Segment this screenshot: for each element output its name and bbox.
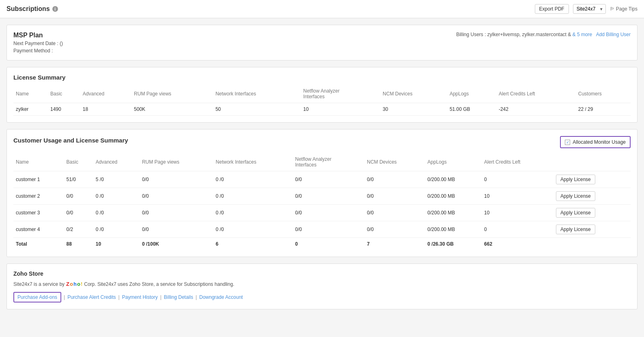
cell-alert-credits: 0	[482, 171, 554, 188]
cell-name: customer 1	[13, 171, 64, 188]
cell-rum: 0/0	[140, 221, 213, 238]
total-advanced: 10	[93, 238, 140, 251]
cell-customers: 22 / 29	[576, 103, 631, 116]
cell-network: 0 /0	[213, 171, 293, 188]
cell-action: Apply License	[554, 205, 631, 221]
cell-applogs: 0/200.00 MB	[425, 171, 482, 188]
billing-details-link[interactable]: Billing Details	[164, 294, 193, 300]
cell-action: Apply License	[554, 188, 631, 205]
col-rum: RUM Page views	[131, 85, 213, 103]
page-tips-link[interactable]: 🏳 Page Tips	[610, 6, 638, 12]
cell-basic: 1490	[48, 103, 80, 116]
cell-alert-credits: 10	[482, 188, 554, 205]
cell-rum: 0/0	[140, 205, 213, 221]
cell-applogs: 0/200.00 MB	[425, 221, 482, 238]
cell-advanced: 0 /0	[93, 205, 140, 221]
total-ncm: 7	[364, 238, 425, 251]
col-ncm: NCM Devices	[364, 153, 425, 171]
cell-alert-credits: 10	[482, 205, 554, 221]
col-applogs: AppLogs	[447, 85, 496, 103]
apply-license-button[interactable]: Apply License	[556, 225, 595, 234]
cell-network: 0 /0	[213, 205, 293, 221]
cell-basic: 0/0	[64, 188, 93, 205]
page-tips-label: Page Tips	[616, 6, 638, 12]
main-content: MSP Plan Next Payment Date : () Payment …	[0, 18, 644, 316]
cell-ncm: 0/0	[364, 188, 425, 205]
col-basic: Basic	[64, 153, 93, 171]
purchase-addons-link[interactable]: Purchase Add-ons	[13, 292, 61, 302]
total-action	[554, 238, 631, 251]
table-row: customer 4 0/2 0 /0 0/0 0 /0 0/0 0/0 0/2…	[13, 221, 631, 238]
table-row: zylker 1490 18 500K 50 10 30 51.00 GB -2…	[13, 103, 631, 116]
apply-license-button[interactable]: Apply License	[556, 191, 595, 201]
customer-usage-table: Name Basic Advanced RUM Page views Netwo…	[13, 153, 631, 250]
apply-license-button[interactable]: Apply License	[556, 175, 595, 184]
customer-usage-title: Customer Usage and License Summary	[13, 137, 128, 144]
cell-rum: 0/0	[140, 171, 213, 188]
page-title: Subscriptions i	[6, 5, 58, 13]
add-billing-user-link[interactable]: Add Billing User	[596, 32, 631, 37]
store-links: Purchase Add-ons | Purchase Alert Credit…	[13, 292, 631, 302]
total-label: Total	[13, 238, 64, 251]
header-actions: Export PDF Site24x7 ▼ 🏳 Page Tips	[535, 4, 638, 14]
col-basic: Basic	[48, 85, 80, 103]
cell-network: 0 /0	[213, 188, 293, 205]
plan-info: MSP Plan Next Payment Date : () Payment …	[13, 32, 63, 54]
billing-users-info: Billing Users : zylker+livemsp, zylker.m…	[456, 32, 631, 37]
cell-alert-credits: 0	[482, 221, 554, 238]
zoho-store-desc: Site24x7 is a service by Zoho! Corp. Sit…	[13, 281, 631, 287]
allocated-monitor-checkbox[interactable]	[565, 140, 570, 145]
cell-netflow: 0/0	[293, 171, 364, 188]
table-row: customer 2 0/0 0 /0 0/0 0 /0 0/0 0/0 0/2…	[13, 188, 631, 205]
col-advanced: Advanced	[80, 85, 131, 103]
payment-history-link[interactable]: Payment History	[122, 294, 158, 300]
total-row: Total 88 10 0 /100K 6 0 7 0 /26.30 GB 66…	[13, 238, 631, 251]
cell-basic: 0/0	[64, 205, 93, 221]
section-header-row: Customer Usage and License Summary Alloc…	[13, 136, 631, 148]
plan-title: MSP Plan	[13, 32, 63, 39]
cell-netflow: 0/0	[293, 205, 364, 221]
col-rum: RUM Page views	[140, 153, 213, 171]
cell-name: customer 4	[13, 221, 64, 238]
cell-ncm: 30	[380, 103, 447, 116]
export-pdf-button[interactable]: Export PDF	[535, 4, 569, 14]
plan-header: MSP Plan Next Payment Date : () Payment …	[13, 32, 631, 54]
cell-name: zylker	[13, 103, 48, 116]
col-netflow: Netflow AnalyzerInterfaces	[301, 85, 380, 103]
total-netflow: 0	[293, 238, 364, 251]
billing-more-link[interactable]: & 5 more	[573, 32, 592, 37]
total-applogs: 0 /26.30 GB	[425, 238, 482, 251]
table-row: customer 1 51/0 5 /0 0/0 0 /0 0/0 0/0 0/…	[13, 171, 631, 188]
col-action	[554, 153, 631, 171]
total-rum: 0 /100K	[140, 238, 213, 251]
col-applogs: AppLogs	[425, 153, 482, 171]
cell-network: 0 /0	[213, 221, 293, 238]
col-name: Name	[13, 85, 48, 103]
zoho-logo: Zoho!	[66, 281, 82, 287]
downgrade-account-link[interactable]: Downgrade Account	[199, 294, 243, 300]
total-network: 6	[213, 238, 293, 251]
cell-advanced: 5 /0	[93, 171, 140, 188]
info-icon[interactable]: i	[52, 6, 58, 12]
site-select[interactable]: Site24x7	[573, 4, 606, 14]
apply-license-button[interactable]: Apply License	[556, 208, 595, 218]
plan-card: MSP Plan Next Payment Date : () Payment …	[6, 25, 638, 60]
cell-alert-credits: -242	[496, 103, 576, 116]
site-select-wrapper: Site24x7 ▼	[573, 4, 606, 14]
cell-netflow: 10	[301, 103, 380, 116]
cell-basic: 0/2	[64, 221, 93, 238]
license-summary-table: Name Basic Advanced RUM Page views Netwo…	[13, 85, 631, 116]
cell-ncm: 0/0	[364, 221, 425, 238]
col-customers: Customers	[576, 85, 631, 103]
allocated-monitor-usage[interactable]: Allocated Monitor Usage	[560, 136, 631, 148]
zoho-store-title: Zoho Store	[13, 270, 631, 277]
purchase-alert-credits-link[interactable]: Purchase Alert Credits	[67, 294, 116, 300]
title-text: Subscriptions	[6, 5, 50, 13]
cell-advanced: 0 /0	[93, 221, 140, 238]
cell-ncm: 0/0	[364, 205, 425, 221]
cell-basic: 51/0	[64, 171, 93, 188]
cell-action: Apply License	[554, 221, 631, 238]
col-alert-credits: Alert Credits Left	[482, 153, 554, 171]
col-name: Name	[13, 153, 64, 171]
col-network: Network Interfaces	[213, 85, 301, 103]
